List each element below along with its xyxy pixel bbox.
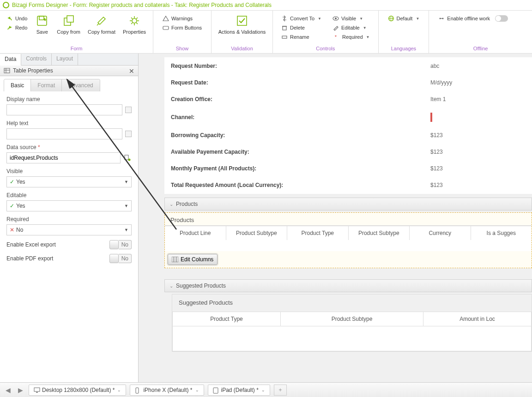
device-tab[interactable]: Desktop 1280x800 (Default) *⌄ bbox=[29, 385, 126, 396]
undo-button[interactable]: Undo bbox=[5, 14, 29, 23]
copy-from-label: Copy from bbox=[57, 29, 80, 35]
offline-toggle-icon[interactable] bbox=[495, 15, 508, 22]
panel-header: Table Properties ✕ bbox=[0, 66, 138, 76]
grid-column-header[interactable]: Product Subtype bbox=[349, 226, 410, 240]
required-select[interactable]: ✕No▼ bbox=[6, 224, 132, 235]
warnings-button[interactable]: Warnings bbox=[161, 14, 204, 23]
svg-line-11 bbox=[136, 18, 138, 19]
device-tab[interactable]: iPhone X (Default) *⌄ bbox=[130, 385, 204, 396]
pdf-export-toggle[interactable] bbox=[109, 254, 119, 263]
tab-layout[interactable]: Layout bbox=[52, 54, 78, 65]
enable-offline-button[interactable]: Enable offline work bbox=[436, 14, 510, 23]
ribbon: Undo Redo Save Copy from Copy format Pro… bbox=[0, 10, 532, 54]
rename-label: Rename bbox=[290, 34, 309, 40]
grid-column-header[interactable]: Product Subtype bbox=[226, 226, 288, 240]
add-device-button[interactable]: ＋ bbox=[274, 385, 287, 396]
tab-data[interactable]: Data bbox=[0, 54, 21, 66]
delete-button[interactable]: Delete bbox=[279, 24, 323, 32]
data-source-input[interactable] bbox=[6, 152, 121, 163]
field-value[interactable] bbox=[425, 108, 532, 126]
required-button[interactable]: *Required▼ bbox=[331, 33, 372, 41]
svg-point-19 bbox=[335, 18, 337, 19]
pdf-export-value: No bbox=[119, 254, 132, 263]
visible-button[interactable]: Visible▼ bbox=[331, 14, 372, 23]
form-canvas[interactable]: Request Number:abcRequest Date:M/d/yyyyC… bbox=[139, 54, 532, 382]
editable-button[interactable]: Editable▼ bbox=[331, 24, 372, 32]
field-value[interactable]: $123 bbox=[425, 127, 532, 143]
default-language-button[interactable]: Default▼ bbox=[386, 14, 422, 23]
chevron-down-icon[interactable]: ⌄ bbox=[117, 388, 121, 392]
prop-tab-basic[interactable]: Basic bbox=[4, 79, 31, 91]
display-name-label: Display name bbox=[6, 96, 132, 102]
field-label: Monthly Payment (All Products): bbox=[165, 161, 424, 176]
visible-select[interactable]: ✓Yes▼ bbox=[6, 176, 132, 187]
group-controls-caption: Controls bbox=[273, 45, 378, 53]
help-text-label: Help text bbox=[6, 120, 132, 126]
grid-column-header[interactable]: Amount in Loc bbox=[423, 312, 531, 326]
footer-next-icon[interactable]: ▶ bbox=[16, 386, 25, 394]
products-grid-body bbox=[165, 240, 532, 251]
device-icon bbox=[213, 387, 218, 393]
footer-prev-icon[interactable]: ◀ bbox=[4, 386, 12, 394]
grid-column-header[interactable]: Currency bbox=[410, 226, 471, 240]
rename-button[interactable]: Rename bbox=[279, 33, 323, 41]
field-value[interactable]: $123 bbox=[425, 144, 532, 160]
field-value[interactable]: abc bbox=[425, 58, 532, 74]
prop-tab-advanced[interactable]: Advanced bbox=[62, 79, 99, 91]
display-name-checkbox[interactable] bbox=[125, 107, 132, 113]
suggested-grid-header: Product TypeProduct SubtypeAmount in Loc bbox=[172, 312, 532, 326]
help-text-input[interactable] bbox=[6, 128, 122, 139]
device-footer: ◀ ▶ Desktop 1280x800 (Default) *⌄iPhone … bbox=[0, 382, 532, 397]
products-section-header[interactable]: ⌄Products bbox=[164, 198, 532, 211]
close-icon[interactable]: ✕ bbox=[129, 67, 134, 75]
form-buttons-button[interactable]: Form Buttons bbox=[161, 24, 204, 32]
svg-rect-26 bbox=[4, 68, 10, 73]
properties-button[interactable]: Properties bbox=[119, 12, 150, 37]
svg-rect-15 bbox=[283, 26, 286, 30]
redo-button[interactable]: Redo bbox=[5, 24, 29, 32]
save-button[interactable]: Save bbox=[31, 12, 53, 37]
field-label: Creation Office: bbox=[165, 91, 424, 107]
editable-select[interactable]: ✓Yes▼ bbox=[6, 200, 132, 211]
required-label: Required bbox=[342, 34, 363, 40]
products-grid-title: Products bbox=[165, 213, 532, 226]
copy-format-button[interactable]: Copy format bbox=[84, 12, 119, 37]
convert-to-label: Convert To bbox=[290, 16, 314, 21]
actions-validations-button[interactable]: Actions & Validations bbox=[214, 12, 270, 37]
prop-tab-format[interactable]: Format bbox=[31, 79, 62, 91]
device-tab[interactable]: iPad (Default) *⌄ bbox=[208, 385, 270, 396]
side-panel: Data Controls Layout Table Properties ✕ … bbox=[0, 54, 139, 382]
field-value[interactable]: Item 1 bbox=[425, 91, 532, 107]
chevron-down-icon[interactable]: ⌄ bbox=[261, 388, 265, 392]
suggested-section-title: Suggested Products bbox=[176, 283, 226, 289]
data-source-picker-icon[interactable] bbox=[123, 154, 132, 162]
field-value[interactable]: $123 bbox=[425, 177, 532, 193]
grid-column-header[interactable]: Product Type bbox=[173, 312, 281, 326]
form-fields-table: Request Number:abcRequest Date:M/d/yyyyC… bbox=[164, 57, 532, 194]
svg-point-4 bbox=[132, 18, 137, 23]
convert-to-button[interactable]: Convert To▼ bbox=[279, 14, 323, 23]
excel-export-toggle[interactable] bbox=[109, 240, 119, 249]
suggested-section-header[interactable]: ⌄Suggested Products bbox=[164, 279, 532, 292]
chevron-down-icon[interactable]: ⌄ bbox=[195, 388, 199, 392]
help-text-checkbox[interactable] bbox=[125, 131, 132, 137]
undo-label: Undo bbox=[15, 16, 27, 21]
tab-controls[interactable]: Controls bbox=[21, 54, 52, 65]
grid-column-header[interactable]: Product Subtype bbox=[281, 312, 423, 326]
products-section-title: Products bbox=[176, 201, 198, 207]
grid-column-header[interactable]: Product Type bbox=[287, 226, 349, 240]
copy-from-button[interactable]: Copy from bbox=[53, 12, 84, 37]
field-value[interactable]: $123 bbox=[425, 161, 532, 176]
suggested-grid-title: Suggested Products bbox=[172, 295, 532, 311]
actions-validations-label: Actions & Validations bbox=[218, 29, 266, 35]
panel-title: Table Properties bbox=[13, 67, 53, 74]
svg-rect-14 bbox=[237, 16, 247, 25]
device-tab-label: iPad (Default) * bbox=[221, 387, 259, 393]
grid-column-header[interactable]: Product Line bbox=[165, 226, 226, 240]
svg-rect-13 bbox=[163, 26, 169, 30]
grid-column-header[interactable]: Is a Sugges bbox=[471, 226, 532, 240]
display-name-input[interactable] bbox=[6, 104, 122, 115]
svg-line-10 bbox=[136, 23, 138, 24]
edit-columns-button[interactable]: Edit Columns bbox=[168, 254, 218, 265]
field-value[interactable]: M/d/yyyy bbox=[425, 75, 532, 90]
